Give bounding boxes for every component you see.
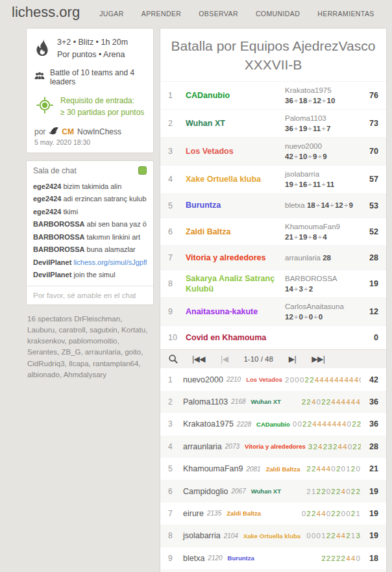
team-leader-scores: bletxa 18+14+12+9: [285, 200, 360, 210]
nav-item-comunidad[interactable]: COMUNIDAD: [256, 10, 300, 18]
host-username[interactable]: NowInChess: [77, 127, 121, 136]
player-name[interactable]: bletxa: [183, 554, 204, 563]
player-name[interactable]: eirure: [183, 509, 204, 518]
player-total-score: 19: [361, 487, 378, 496]
chat-message-link[interactable]: lichess.org/simul/sJgpfhAS: [73, 258, 147, 266]
prev-page-icon[interactable]: |◀: [221, 354, 228, 364]
nav-item-jugar[interactable]: JUGAR: [99, 10, 124, 18]
player-team-tag[interactable]: Xake Ortuella kluba: [243, 532, 300, 540]
sidebar: 3+2 • Blitz • 1h 20m Por puntos • Arena …: [26, 28, 154, 380]
chat-username[interactable]: DevilPlanet: [33, 271, 71, 279]
chat-toggle[interactable]: [138, 166, 147, 175]
chat-username[interactable]: ege2424: [33, 182, 61, 190]
player-name[interactable]: Krakatoa1975: [183, 419, 234, 429]
team-row[interactable]: 3 Los Vetados nuevo2000 42+10+9+9 70: [160, 137, 386, 165]
player-team-tag[interactable]: Wuhan XT: [251, 398, 281, 405]
player-name[interactable]: Campidoglio: [183, 487, 228, 496]
player-rating: 2067: [231, 488, 245, 495]
team-score: 28: [360, 253, 378, 262]
player-row[interactable]: 10 DrFleischman 2042 CADanubio 202244202…: [160, 569, 386, 572]
player-team-tag[interactable]: CADanubio: [256, 421, 290, 428]
pagination-bar: |◀◀ |◀ 1-10 / 48 ▶| ▶▶|: [160, 349, 386, 368]
team-row[interactable]: 1 CADanubio Krakatoa1975 36+18+12+10 76: [160, 81, 386, 109]
chat-username[interactable]: ege2424: [33, 208, 61, 216]
player-total-score: 42: [361, 375, 378, 384]
team-rank: 9: [168, 307, 186, 316]
team-leader-scores: arraunlaria 28: [285, 253, 360, 263]
chat-username[interactable]: ege2424: [33, 195, 61, 203]
team-row[interactable]: 9 Anaitasuna-kakute CarlosAnaitasuna 12+…: [160, 297, 386, 325]
team-row[interactable]: 7 Vitoria y alrededores arraunlaria 28 2…: [160, 245, 386, 269]
team-name[interactable]: Covid en Khamouma: [186, 332, 285, 343]
player-row[interactable]: 1 nuevo2000 2210 Los Vetados 20002244444…: [160, 368, 386, 390]
team-row[interactable]: 6 Zaldi Baltza KhamoumaFan9 21+19+8+4 52: [160, 218, 386, 245]
player-row[interactable]: 7 eirure 2135 Zaldi Baltza 022440220021 …: [160, 503, 386, 525]
player-name[interactable]: jsolabarria: [183, 531, 221, 540]
player-row[interactable]: 2 Paloma1103 2168 Wuhan XT 224022444444 …: [160, 391, 386, 413]
team-name[interactable]: Vitoria y alrededores: [186, 253, 285, 263]
search-icon[interactable]: [169, 354, 178, 364]
first-page-icon[interactable]: |◀◀: [192, 354, 205, 364]
chat-username[interactable]: BARBOROSSA: [33, 245, 84, 253]
team-row[interactable]: 5 Buruntza bletxa 18+14+12+9 53: [160, 193, 386, 218]
tournament-info-card: 3+2 • Blitz • 1h 20m Por puntos • Arena …: [26, 28, 154, 153]
player-team-tag[interactable]: Zaldi Baltza: [266, 466, 300, 473]
team-name[interactable]: CADanubio: [186, 90, 285, 101]
player-scoresheet: 22444020120: [300, 465, 361, 473]
player-name[interactable]: Paloma1103: [183, 397, 228, 406]
chat-username[interactable]: BARBOROSSA: [33, 233, 84, 241]
lichess-logo[interactable]: lichess.org: [12, 4, 80, 21]
team-name[interactable]: Buruntza: [186, 200, 285, 210]
team-score: 76: [360, 91, 378, 100]
chat-input[interactable]: [27, 286, 153, 305]
player-row[interactable]: 6 Campidoglio 2067 Wuhan XT 21220224022 …: [160, 480, 386, 502]
player-row[interactable]: 3 Krakatoa1975 2228 CADanubio 0022444444…: [160, 413, 386, 435]
entry-requirement: Requisito de entrada: ≥ 30 partidas por …: [60, 95, 144, 118]
nav-item-herramientas[interactable]: HERRAMIENTAS: [317, 10, 374, 18]
main-nav: JUGARAPRENDEROBSERVARCOMUNIDADHERRAMIENT…: [99, 7, 374, 18]
player-row[interactable]: 5 KhamoumaFan9 2081 Zaldi Baltza 2244402…: [160, 458, 386, 480]
player-team-tag[interactable]: Zaldi Baltza: [227, 510, 261, 517]
team-row[interactable]: 8 Sakarya Analiz Satranç Kulubü BARBOROS…: [160, 269, 386, 298]
player-rank: 7: [168, 509, 183, 518]
player-team-tag[interactable]: Buruntza: [228, 554, 254, 562]
page-layout: 3+2 • Blitz • 1h 20m Por puntos • Arena …: [0, 24, 392, 572]
player-name[interactable]: arraunlaria: [183, 442, 222, 451]
team-name[interactable]: Anaitasuna-kakute: [186, 306, 285, 317]
team-leader-scores: BARBOROSSA 14+3+2: [285, 273, 360, 294]
team-leader-scores: KhamoumaFan9 21+19+8+4: [285, 221, 360, 242]
player-team-tag[interactable]: Vitoria y alrededores: [245, 443, 306, 450]
player-team-tag[interactable]: Los Vetados: [246, 376, 282, 383]
team-leader-scores: Paloma1103 36+19+11+7: [285, 113, 360, 134]
chat-username[interactable]: BARBOROSSA: [33, 220, 84, 228]
team-name[interactable]: Los Vetados: [186, 146, 285, 156]
team-rank: 6: [168, 227, 186, 236]
nav-item-observar[interactable]: OBSERVAR: [199, 10, 238, 18]
player-name[interactable]: nuevo2000: [183, 375, 223, 384]
next-page-icon[interactable]: ▶|: [289, 354, 296, 364]
player-total-score: 28: [361, 442, 378, 451]
host-title-badge[interactable]: CM: [62, 127, 74, 136]
player-name[interactable]: KhamoumaFan9: [183, 464, 243, 473]
player-scoresheet: 21220224022: [281, 488, 361, 495]
team-name[interactable]: Xake Ortuella kluba: [186, 174, 285, 184]
team-name[interactable]: Zaldi Baltza: [186, 227, 285, 237]
player-row[interactable]: 4 arraunlaria 2073 Vitoria y alrededores…: [160, 436, 386, 458]
team-name[interactable]: Wuhan XT: [186, 118, 285, 129]
chat-message: ege2424 adi erzincan satranç kulubu: [33, 193, 147, 206]
player-rating: 2081: [246, 466, 260, 473]
chat-text: join the simul: [73, 271, 115, 279]
team-row[interactable]: 4 Xake Ortuella kluba jsolabarria 19+16+…: [160, 165, 386, 193]
chat-message: BARBOROSSA buna alamazlar: [33, 243, 147, 256]
player-team-tag[interactable]: Wuhan XT: [251, 488, 281, 495]
player-row[interactable]: 8 jsolabarria 2104 Xake Ortuella kluba 0…: [160, 525, 386, 547]
team-row[interactable]: 2 Wuhan XT Paloma1103 36+19+11+7 73: [160, 109, 386, 137]
nav-item-aprender[interactable]: APRENDER: [141, 10, 182, 18]
player-row[interactable]: 9 bletxa 2120 Buruntza 22222440 18: [160, 547, 386, 569]
chat-username[interactable]: DevilPlanet: [33, 258, 71, 266]
team-name[interactable]: Sakarya Analiz Satranç Kulubü: [186, 273, 285, 295]
player-rank: 2: [168, 397, 183, 406]
last-page-icon[interactable]: ▶▶|: [312, 354, 325, 364]
chat-message: BARBOROSSA abi sen bana yaz özelden: [33, 218, 147, 231]
team-row[interactable]: 10 Covid en Khamouma 0: [160, 325, 386, 349]
